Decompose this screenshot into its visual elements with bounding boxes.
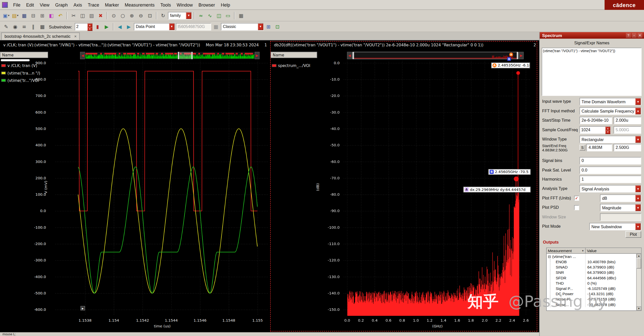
left-strip-back-icon[interactable]: ◀ [80,52,85,59]
right-overview-scrollbar[interactable] [352,52,518,59]
expand-icon[interactable]: ▶ [80,306,85,311]
marker-b-point[interactable] [514,176,519,181]
menu-window[interactable]: Window [174,1,196,9]
scroll-thumb[interactable] [637,258,641,268]
grid-split-icon[interactable]: ▦ [38,22,47,31]
tree-collapse-icon[interactable]: ⊟ [548,254,551,259]
snap-mode-select[interactable]: Data Point▼ [134,23,175,30]
left-overview-scrollbar[interactable] [86,52,254,59]
plot-setup-icon[interactable]: ⊞ [264,22,273,31]
open-icon-dropdown[interactable]: ▾ [17,14,19,17]
menu-edit[interactable]: Edit [23,1,37,9]
spectrum-panel-titlebar[interactable]: Spectrum ? ▫ ✕ [540,32,644,39]
appearance-select[interactable]: Classic▼ [221,23,264,30]
menu-axis[interactable]: Axis [71,1,85,9]
menu-help[interactable]: Help [218,1,233,9]
signal-bins-field[interactable]: 0 [580,157,641,164]
sample-count-spinner[interactable]: 1024 ▲▼ [580,126,611,133]
menu-marker[interactable]: Marker [102,1,122,9]
outputs-root-row[interactable]: ⊟(vtime('tran ... [547,254,641,259]
fft-input-method-arrow-icon[interactable]: ▼ [635,108,641,114]
column-measurement[interactable]: Measurement ▼ [547,248,586,253]
input-wave-type-arrow-icon[interactable]: ▼ [635,98,641,105]
window-type-select[interactable]: Rectangular ▼ [580,136,641,143]
peak-sat-field[interactable]: 0.0 [580,166,641,174]
cut-icon[interactable]: ✂ [69,11,78,20]
menu-graph[interactable]: Graph [52,1,71,9]
outputs-row[interactable]: Signal P...-6.1025749 (dB) [547,286,641,291]
sort-icon[interactable]: ▼ [582,249,584,252]
outputs-row[interactable]: ENOB10.400789 (bits) [547,259,641,264]
fft-input-method-select[interactable]: Calculate Sample Frequency ▼ [580,107,641,115]
legend-item[interactable]: spectrum_.../VOl [272,63,310,68]
outputs-row[interactable]: SINAD64.379903 (dB) [547,264,641,270]
left-strip-fwd-icon[interactable]: ▶ [255,52,260,59]
help-icon[interactable]: ? [626,33,631,38]
overlay-chart-icon[interactable]: ∿ [206,11,214,20]
color-editor-icon[interactable]: ◧ [47,11,56,20]
marker-b-flag-icon[interactable]: B [507,57,511,61]
new-window-icon-dropdown[interactable]: ▾ [8,14,10,17]
zoom-region-icon[interactable]: ○ [119,11,127,20]
outputs-row[interactable]: SFDR64.444566 (dBc) [547,275,641,280]
outputs-row[interactable]: DC Power-143.3231 (dB) [547,291,641,296]
app-icon[interactable] [2,2,8,8]
menu-tools[interactable]: Tools [157,1,174,9]
right-strip-fwd-icon[interactable]: ▶ [519,52,524,59]
fft-units-select[interactable]: dB ▼ [600,194,641,202]
sample-count-up-icon[interactable]: ▲ [606,127,611,130]
strip-chart-icon[interactable]: ≈ [197,11,205,20]
marker-a-point[interactable] [516,71,520,75]
analysis-type-select[interactable]: Signal Analysis ▼ [580,185,641,192]
close-icon[interactable]: ✕ [637,33,642,38]
zoom-previous-icon[interactable]: ⊙ [110,11,118,20]
outputs-row[interactable]: SNR64.379903 (dB) [547,270,641,275]
outputs-row[interactable]: THD0 (%) [547,280,641,286]
psd-mode-arrow-icon[interactable]: ▼ [635,204,641,211]
tab-schematic[interactable]: bootstrap 4mosswitch_2c schematic × [1,32,80,40]
screenshot-icon[interactable]: ⊡ [273,22,282,31]
zoom-fit-icon[interactable]: ⊡ [146,11,154,20]
subwindow-spinner-up-icon[interactable]: ▲ [87,23,92,27]
sample-count-down-icon[interactable]: ▼ [606,130,611,134]
signal-expr-list[interactable]: (vtime('tran "/VOUT1") - vtime('tran "/V… [542,48,641,96]
print-preview-icon[interactable]: ⊞ [38,11,47,20]
name-column-scrollbar[interactable] [1,59,29,61]
menu-measurements[interactable]: Measurements [122,1,157,9]
legend-item[interactable]: (vtime('tra...n "/) [1,71,40,75]
plot-fft-checkbox[interactable]: ✓ [574,196,579,201]
sweep-lock-button[interactable]: S [580,145,585,151]
vertical-split-icon[interactable]: ∥ [29,22,37,31]
scroll-down-icon[interactable]: ▼ [637,306,641,310]
input-wave-type-select[interactable]: Time Domain Waveform ▼ [580,98,641,105]
delete-icon[interactable]: ✖ [97,11,105,20]
float-icon[interactable]: ▫ [632,33,637,38]
refresh-icon[interactable]: ↻ [159,11,167,20]
previous-view-icon[interactable]: ◀ [116,22,124,31]
plot-mode-select[interactable]: New Subwindow ▼ [589,223,641,230]
copy-icon[interactable]: ◫ [78,11,87,20]
outputs-scrollbar[interactable]: ▲ ▼ [636,254,641,310]
family-select[interactable]: family▼ [168,12,192,19]
appearance-select-arrow-icon[interactable]: ▼ [258,23,263,30]
plot-psd-checkbox[interactable] [574,205,579,210]
save-icon[interactable]: ▦ [20,11,28,20]
open-icon[interactable]: ▤▾ [11,11,19,20]
marker-a-flag-icon[interactable]: A [509,53,513,56]
animation-play-icon[interactable]: ▶ [103,22,111,31]
start-time-field[interactable]: 2e-6-2048e-10 [580,117,612,124]
new-window-icon[interactable]: ▣▾ [2,11,10,20]
menu-trace[interactable]: Trace [85,1,102,9]
stop-time-field[interactable]: 2.000u [614,117,641,124]
marker-delta-label[interactable]: Δ dx:29.2969MHz dy:64.44457d [463,187,531,192]
menu-view[interactable]: View [37,1,52,9]
subwindow-spinner-down-icon[interactable]: ▼ [87,27,92,31]
right-strip-back-icon[interactable]: ◀ [347,52,352,59]
table-icon[interactable]: ▦ [237,11,245,20]
split-chart-icon[interactable]: ◫ [215,11,223,20]
probe-icon[interactable]: ◉ [11,22,19,31]
undo-icon[interactable]: ↶ [56,11,65,20]
harmonics-field[interactable]: 1 [580,176,641,183]
marker-b-label[interactable]: B 2.45605GHz -70.5 [488,169,531,175]
window-type-arrow-icon[interactable]: ▼ [635,136,641,143]
